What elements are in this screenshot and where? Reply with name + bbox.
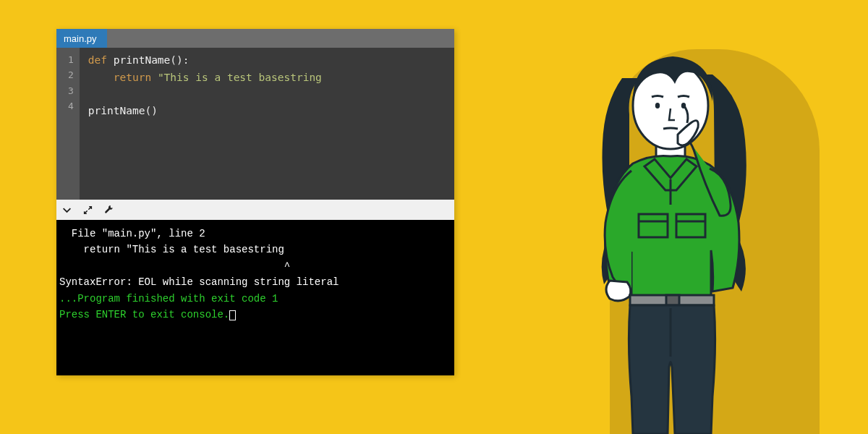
line-number: 2 (68, 67, 74, 82)
code-editor[interactable]: 1 2 3 4 def printName(): return "This is… (56, 48, 454, 200)
terminal-line: return "This is a test basestring (59, 242, 451, 258)
person-graphic (524, 35, 799, 434)
svg-point-2 (655, 103, 660, 109)
line-gutter: 1 2 3 4 (56, 48, 80, 200)
code-line (88, 87, 446, 103)
tab-filename: main.py (64, 33, 97, 44)
line-number: 3 (68, 83, 74, 98)
code-content[interactable]: def printName(): return "This is a test … (80, 48, 454, 200)
terminal-line: Press ENTER to exit console. (59, 307, 451, 323)
expand-icon[interactable] (83, 205, 93, 215)
terminal-toolbar (56, 200, 454, 220)
thinking-person-illustration (524, 35, 799, 434)
editor-window: main.py 1 2 3 4 def printName(): return … (56, 29, 454, 375)
terminal-line: SyntaxError: EOL while scanning string l… (59, 274, 451, 290)
cursor-icon (229, 310, 236, 320)
wrench-icon[interactable] (104, 205, 114, 215)
code-line: def printName(): (88, 52, 446, 69)
terminal-output[interactable]: File "main.py", line 2 return "This is a… (56, 220, 454, 375)
tab-bar: main.py (56, 29, 454, 48)
line-number: 1 (68, 52, 74, 67)
terminal-line: File "main.py", line 2 (59, 226, 451, 242)
line-number: 4 (68, 98, 74, 114)
svg-rect-7 (666, 295, 679, 305)
terminal-line: ^ (59, 258, 451, 274)
file-tab[interactable]: main.py (56, 29, 107, 48)
chevron-down-icon[interactable] (62, 205, 72, 215)
code-line: printName() (88, 103, 446, 120)
terminal-line: ...Program finished with exit code 1 (59, 291, 451, 307)
code-line: return "This is a test basestring (88, 69, 446, 87)
